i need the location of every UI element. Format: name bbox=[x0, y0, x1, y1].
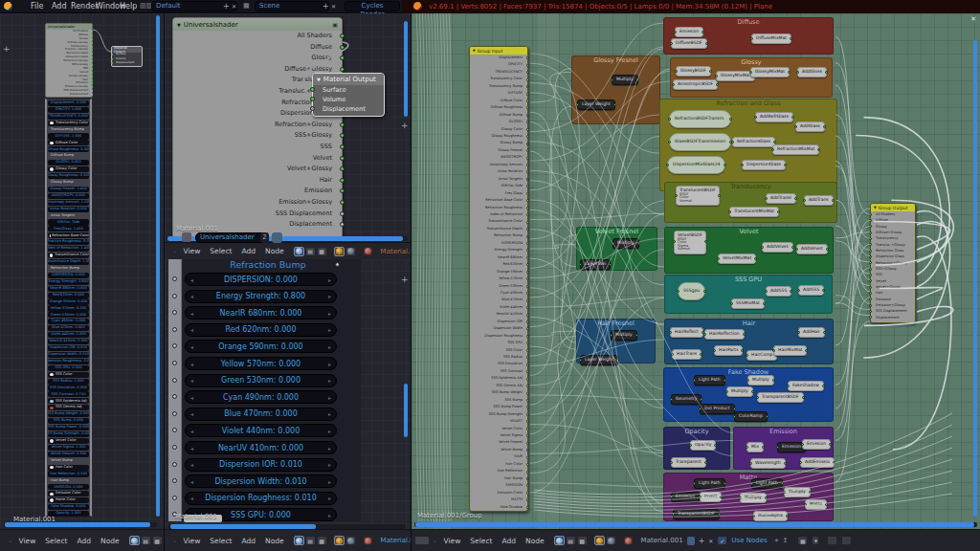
midtop-region-expand-icon[interactable]: + bbox=[401, 121, 409, 130]
editor-type-button[interactable] bbox=[167, 536, 169, 545]
mini-swatch[interactable]: Velvet Color bbox=[48, 438, 89, 444]
group-node-invert[interactable]: Invert bbox=[700, 492, 722, 502]
mini-slider[interactable]: TRANSLUCENCY: 0.000 bbox=[48, 114, 89, 120]
slider-arrow-left[interactable]: ◂ bbox=[190, 310, 193, 317]
slider-arrow-right[interactable]: ▸ bbox=[328, 478, 331, 485]
group-node-multiply[interactable]: Multiply bbox=[784, 487, 811, 497]
layout-add-button[interactable]: + bbox=[223, 2, 230, 11]
mini-slider[interactable]: Green 530nm: 0.000 bbox=[48, 312, 89, 318]
group-node-glossymixmat[interactable]: GlossyMixMat bbox=[750, 67, 790, 77]
group-node-transparent[interactable]: Transparent bbox=[671, 457, 706, 468]
group-node-translucentbsdf[interactable]: TranslucentBSDFBSDFColorNormal bbox=[676, 186, 720, 206]
checker-toggle[interactable]: ▩ bbox=[317, 247, 327, 256]
group-node-refractionbsdftransm-[interactable]: RefractionBSDFTransm. bbox=[669, 110, 731, 128]
slider-arrow-left[interactable]: ◂ bbox=[190, 326, 193, 333]
mini-slider[interactable]: SSS Emulation: 0.000 bbox=[48, 385, 89, 390]
mini-slider[interactable]: Velvet Sigma: 1.000 bbox=[48, 445, 89, 451]
material-sphere-toggle[interactable] bbox=[554, 536, 565, 545]
slider-arrow-left[interactable]: ◂ bbox=[190, 361, 193, 367]
group-node-multiply[interactable]: Multiply bbox=[612, 238, 639, 249]
mini-slider[interactable]: NearIR 680nm: 0.000 bbox=[48, 286, 89, 292]
mini-slider[interactable]: ANISOTROPY: 0.000 bbox=[48, 193, 89, 199]
slider-arrow-right[interactable]: ▸ bbox=[328, 343, 331, 350]
render-anim-icon[interactable] bbox=[841, 536, 852, 545]
mini-slider[interactable]: SSS Bump Power: 0.000 bbox=[48, 425, 89, 430]
frame-diffuse[interactable]: DiffuseEmissionDiffuseBSDFDiffuseMixMat bbox=[663, 17, 834, 55]
texture-sphere-toggle[interactable] bbox=[363, 536, 373, 545]
group-node-sssgpu[interactable]: SSSgpu bbox=[678, 282, 705, 300]
midtop-vertical-scrollbar[interactable] bbox=[404, 21, 408, 117]
datablock-extra-button[interactable] bbox=[272, 232, 282, 243]
group-node-glossybsdf[interactable]: GlossyBSDF bbox=[676, 66, 711, 77]
midbot-region-expand-icon[interactable]: + bbox=[401, 275, 409, 284]
slider-nearuv-410nm[interactable]: ◂NearUV 410nm: 0.000▸ bbox=[185, 441, 337, 454]
editor-type-button[interactable] bbox=[3, 536, 5, 545]
datablock-users-count[interactable]: 2 bbox=[260, 232, 269, 243]
group-node-velvetmixmat[interactable]: VelvetMixMat bbox=[718, 253, 756, 264]
slider-arrow-right[interactable]: ▸ bbox=[328, 310, 331, 317]
group-node-hairmixmat[interactable]: HairMixMat bbox=[773, 345, 807, 356]
mini-slider[interactable]: GLOSSY: 0.000 bbox=[48, 160, 89, 165]
material-sphere-toggle[interactable] bbox=[294, 536, 304, 545]
frame-opacity[interactable]: OpacityOpacityTransparent bbox=[663, 427, 730, 470]
slider-arrow-right[interactable]: ▸ bbox=[328, 326, 331, 333]
group-node-dispersionmixglass24[interactable]: DispersionMixGlass24 bbox=[667, 156, 725, 174]
mini-slider[interactable]: Glossy Fresnel: 1.450 bbox=[48, 187, 89, 192]
header-menu-add[interactable]: Add bbox=[78, 537, 92, 545]
group-node-hairparts[interactable]: HairParts bbox=[714, 345, 743, 356]
header-menu-select[interactable]: Select bbox=[210, 537, 232, 545]
world-sphere-toggle[interactable] bbox=[606, 536, 616, 545]
slider-arrow-left[interactable]: ◂ bbox=[190, 377, 193, 384]
editor-type-button[interactable] bbox=[167, 247, 169, 256]
mini-swatch[interactable]: SSS Epidermis Adj bbox=[48, 398, 89, 404]
menu-file[interactable]: File bbox=[31, 2, 43, 11]
universalshader-node[interactable]: ▼ Universalshader ▣ All ShadersDiffuseGl… bbox=[172, 17, 343, 239]
slider-energy-strength[interactable]: ◂Energy Strength: 0.800▸ bbox=[185, 290, 337, 303]
mini-slider[interactable]: Velvet Fresnel: 0.300 bbox=[48, 452, 89, 457]
group-node-addemissio[interactable]: AddEmissio bbox=[800, 457, 835, 468]
header-menu-node[interactable]: Node bbox=[265, 537, 284, 545]
slider-dispersion[interactable]: ◂DISPERSION: 0.000▸ bbox=[185, 273, 337, 286]
group-node-dot-product[interactable]: Dot Product bbox=[700, 404, 735, 414]
frame-refraction-glass[interactable]: Refraction and GlassRefractionBSDFTransm… bbox=[659, 99, 837, 191]
slider-arrow-left[interactable]: ◂ bbox=[190, 495, 193, 501]
slider-nearir-680nm[interactable]: ◂NearIR 680nm: 0.000▸ bbox=[185, 306, 337, 320]
mini-slider[interactable]: DISPERSION: 0.000 bbox=[48, 273, 89, 278]
mini-swatch[interactable]: Diffuse Color bbox=[48, 140, 89, 145]
frame-emission[interactable]: EmissionMixWavelengthEmissionEmissionAdd… bbox=[733, 427, 834, 470]
mini-slider[interactable]: Displacement: 0.000 bbox=[48, 100, 89, 106]
group-node-diffusemixmat[interactable]: DiffuseMixMat bbox=[751, 33, 791, 44]
mini-slider[interactable]: OPACITY: 1.000 bbox=[48, 107, 89, 113]
collapse-triangle-icon[interactable]: ▼ bbox=[317, 77, 321, 82]
material-sphere-toggle[interactable] bbox=[294, 247, 304, 256]
slider-arrow-right[interactable]: ▸ bbox=[328, 495, 331, 501]
node-name-field[interactable]: Universalshader bbox=[195, 232, 266, 243]
mini-slider[interactable]: DIFFUSE: 1.000 bbox=[48, 133, 89, 139]
checker-toggle[interactable]: ▩ bbox=[152, 536, 163, 545]
mini-slider[interactable]: Yellow 570nm: 0.000 bbox=[48, 305, 89, 311]
group-output-node[interactable]: ▼Group OutputAll ShadersDiffuseGlossyDif… bbox=[870, 203, 916, 323]
header-menu-select[interactable]: Select bbox=[470, 537, 492, 545]
slider-yellow-570nm[interactable]: ◂Yellow 570nm: 0.000▸ bbox=[185, 357, 337, 370]
group-node-translucentmixmat[interactable]: TranslucentMixMat bbox=[729, 207, 779, 217]
slider-dispersion-width[interactable]: ◂Dispersion Width: 0.010▸ bbox=[185, 474, 337, 488]
group-node-light-path[interactable]: Light Path bbox=[694, 478, 725, 489]
group-node-addsss[interactable]: AddSSS bbox=[766, 286, 791, 297]
group-node-dispersionglass[interactable]: DispersionGlass bbox=[742, 160, 786, 170]
slider-red-620nm[interactable]: ◂Red 620nm: 0.000▸ bbox=[185, 323, 337, 337]
group-node-addhair[interactable]: AddHair bbox=[798, 327, 825, 338]
header-menu-view[interactable]: View bbox=[444, 537, 461, 545]
world-sphere-toggle[interactable] bbox=[345, 536, 356, 545]
material-output-node[interactable]: ▼ Material Output SurfaceVolumeDisplacem… bbox=[312, 73, 385, 117]
pin-icon[interactable]: ⌖ bbox=[775, 537, 779, 544]
group-node-fakeshadow[interactable]: FakeShadow bbox=[788, 381, 824, 391]
mini-swatch[interactable]: SSS Dermis Adj bbox=[48, 405, 89, 410]
group-node-velvetbsdf[interactable]: VelvetBSDFBSDFColorSigmaNormal bbox=[674, 231, 706, 254]
scene-field[interactable]: Scene bbox=[255, 1, 329, 11]
mini-slider[interactable]: Dispersion Width: 0.010 bbox=[48, 352, 89, 358]
mini-swatch[interactable]: Glossy Color bbox=[48, 166, 89, 172]
header-menu-node[interactable]: Node bbox=[525, 537, 545, 545]
slider-arrow-right[interactable]: ▸ bbox=[328, 276, 331, 283]
checker-toggle[interactable]: ▩ bbox=[577, 536, 588, 545]
mini-swatch[interactable]: Emission Color bbox=[48, 491, 89, 496]
